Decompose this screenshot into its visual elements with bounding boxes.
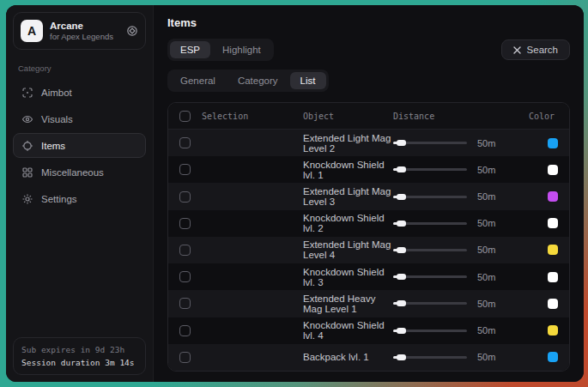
sidebar-item-label: Aimbot (41, 88, 72, 98)
sidebar-item-settings[interactable]: Settings (13, 186, 146, 211)
sidebar: A Arcane for Apex Legends Category Aimbo… (6, 5, 154, 382)
distance-slider[interactable] (393, 245, 467, 255)
sidebar-item-label: Items (41, 141, 65, 151)
sidebar-item-aimbot[interactable]: Aimbot (13, 80, 146, 105)
table-row: Knockdown Shield lvl. 1 50m (168, 156, 569, 183)
row-checkbox[interactable] (179, 218, 191, 229)
sub-expiry-text: Sub expires in 9d 23h (21, 345, 137, 354)
object-name: Knockdown Shield lvl. 1 (303, 160, 393, 180)
select-all-checkbox[interactable] (179, 111, 191, 122)
row-checkbox[interactable] (179, 245, 191, 256)
object-name: Knockdown Shield lvl. 2 (303, 213, 393, 233)
sidebar-item-label: Settings (41, 194, 77, 204)
distance-slider[interactable] (393, 272, 467, 282)
object-name: Extended Light Mag Level 4 (303, 239, 393, 260)
object-name: Knockdown Shield lvl. 4 (303, 320, 393, 341)
view-tab-group: GeneralCategoryList (167, 70, 329, 92)
emblem-icon[interactable] (126, 25, 138, 37)
sidebar-item-visuals[interactable]: Visuals (13, 106, 146, 131)
distance-value: 50m (477, 165, 495, 175)
sidebar-item-items[interactable]: Items (13, 133, 146, 158)
color-swatch[interactable] (548, 191, 558, 202)
color-swatch[interactable] (548, 299, 558, 309)
search-button-label: Search (527, 45, 558, 55)
sidebar-item-miscellaneous[interactable]: Miscellaneous (13, 160, 146, 184)
table-header-row: Selection Object Distance Color (168, 103, 569, 130)
row-checkbox[interactable] (179, 191, 191, 203)
table-row: Extended Light Mag Level 3 50m (168, 183, 569, 209)
row-checkbox[interactable] (179, 164, 191, 175)
row-checkbox[interactable] (179, 137, 191, 148)
app-logo: A (21, 20, 43, 42)
table-row: Backpack lvl. 1 50m (168, 344, 569, 371)
row-checkbox[interactable] (179, 325, 191, 336)
tab-general[interactable]: General (170, 72, 226, 89)
app-header-card: A Arcane for Apex Legends (13, 12, 146, 50)
table-row: Knockdown Shield lvl. 2 50m (168, 210, 569, 237)
distance-slider[interactable] (393, 191, 467, 202)
grid-icon (21, 166, 33, 178)
object-name: Extended Light Mag Level 2 (303, 133, 393, 154)
row-checkbox[interactable] (179, 298, 191, 309)
table-row: Extended Light Mag Level 4 50m (168, 237, 569, 263)
session-duration-text: Session duration 3m 14s (21, 358, 137, 367)
distance-value: 50m (477, 218, 495, 228)
row-checkbox[interactable] (179, 352, 191, 363)
object-name: Extended Heavy Mag Level 1 (303, 293, 393, 314)
distance-slider[interactable] (393, 352, 467, 362)
color-swatch[interactable] (548, 138, 558, 148)
category-label: Category (18, 63, 141, 73)
row-checkbox[interactable] (179, 271, 191, 282)
distance-value: 50m (477, 138, 495, 148)
tab-category[interactable]: Category (227, 72, 288, 89)
distance-cell: 50m (393, 272, 529, 282)
object-name: Backpack lvl. 1 (303, 352, 393, 362)
header-selection: Selection (202, 112, 303, 121)
object-name: Extended Light Mag Level 3 (303, 186, 393, 207)
gear-icon (21, 193, 33, 205)
header-object: Object (303, 112, 393, 121)
distance-cell: 50m (393, 299, 529, 309)
items-table: Selection Object Distance Color Extended… (167, 102, 570, 372)
distance-slider[interactable] (393, 325, 467, 336)
table-row: Extended Light Mag Level 2 50m (168, 130, 569, 156)
color-swatch[interactable] (548, 165, 558, 175)
mode-tab-group: ESPHighlight (167, 39, 274, 61)
distance-slider[interactable] (393, 165, 467, 175)
color-swatch[interactable] (548, 218, 558, 228)
tab-list[interactable]: List (290, 72, 326, 89)
main-panel: Items ESPHighlight Search GeneralCategor… (154, 5, 584, 382)
sidebar-item-label: Miscellaneous (41, 167, 104, 178)
color-swatch[interactable] (548, 272, 558, 282)
table-row: Knockdown Shield lvl. 4 50m (168, 317, 569, 344)
distance-cell: 50m (393, 325, 529, 336)
table-row: Extended Heavy Mag Level 1 50m (168, 290, 569, 317)
search-button[interactable]: Search (501, 39, 570, 60)
distance-value: 50m (477, 272, 495, 282)
sidebar-item-label: Visuals (41, 114, 73, 124)
distance-value: 50m (477, 299, 495, 309)
crosshair-icon (21, 87, 33, 99)
header-distance: Distance (393, 112, 529, 121)
app-title: Arcane (50, 20, 119, 32)
tab-esp[interactable]: ESP (170, 41, 210, 58)
distance-value: 50m (477, 191, 495, 202)
page-title: Items (167, 16, 570, 29)
target-icon (21, 140, 33, 152)
distance-cell: 50m (393, 138, 529, 148)
color-swatch[interactable] (548, 352, 558, 362)
table-row: Knockdown Shield lvl. 3 50m (168, 263, 569, 290)
distance-slider[interactable] (393, 299, 467, 309)
distance-value: 50m (477, 325, 495, 336)
distance-cell: 50m (393, 245, 529, 255)
distance-cell: 50m (393, 218, 529, 228)
color-swatch[interactable] (548, 325, 558, 336)
distance-slider[interactable] (393, 138, 467, 148)
eye-icon (21, 113, 33, 125)
color-swatch[interactable] (548, 245, 558, 255)
distance-cell: 50m (393, 191, 529, 202)
app-window: A Arcane for Apex Legends Category Aimbo… (6, 5, 584, 382)
tab-highlight[interactable]: Highlight (212, 41, 271, 58)
sidebar-nav: AimbotVisualsItemsMiscellaneousSettings (13, 80, 146, 211)
distance-slider[interactable] (393, 218, 467, 228)
